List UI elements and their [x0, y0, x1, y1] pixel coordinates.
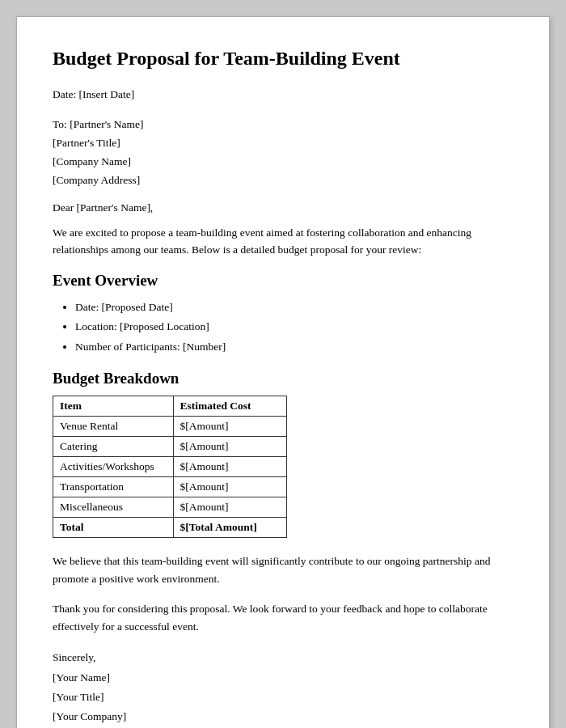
cost-catering: $[Amount] [173, 436, 287, 456]
closing-paragraph-1: We believe that this team-building event… [53, 552, 513, 587]
date-label: Date: [Insert Date] [53, 88, 134, 100]
item-transportation: Transportation [53, 476, 174, 497]
table-header-row: Item Estimated Cost [53, 396, 287, 416]
table-row: Venue Rental $[Amount] [53, 416, 287, 436]
budget-table: Item Estimated Cost Venue Rental $[Amoun… [53, 396, 287, 538]
recipient-line2: [Partner's Title] [53, 134, 513, 153]
list-item: Date: [Proposed Date] [75, 298, 513, 317]
header-cost: Estimated Cost [173, 396, 287, 416]
total-value: $[Total Amount] [173, 517, 287, 537]
item-venue: Venue Rental [53, 416, 174, 436]
document-title: Budget Proposal for Team-Building Event [53, 46, 513, 71]
budget-breakdown-heading: Budget Breakdown [53, 370, 513, 387]
header-item: Item [53, 396, 174, 416]
signer-company: [Your Company] [53, 707, 513, 726]
recipient-line1: To: [Partner's Name] [53, 116, 513, 134]
greeting: Dear [Partner's Name], [53, 201, 513, 214]
table-total-row: Total $[Total Amount] [53, 517, 287, 537]
table-row: Activities/Workshops $[Amount] [53, 456, 287, 476]
recipient-block: To: [Partner's Name] [Partner's Title] [… [53, 116, 513, 190]
closing-paragraph-2: Thank you for considering this proposal.… [53, 600, 513, 635]
list-item: Number of Participants: [Number] [75, 337, 513, 357]
signer-name: [Your Name] [53, 668, 513, 688]
cost-miscellaneous: $[Amount] [173, 497, 287, 517]
item-miscellaneous: Miscellaneous [53, 497, 174, 517]
valediction: Sincerely, [53, 648, 513, 667]
intro-paragraph: We are excited to propose a team-buildin… [53, 224, 513, 259]
document-page: Budget Proposal for Team-Building Event … [16, 16, 550, 728]
cost-transportation: $[Amount] [173, 476, 287, 497]
event-overview-heading: Event Overview [53, 272, 513, 290]
cost-venue: $[Amount] [173, 416, 287, 436]
recipient-line3: [Company Name] [53, 153, 513, 171]
list-item: Location: [Proposed Location] [75, 317, 513, 336]
item-catering: Catering [53, 436, 174, 456]
signer-title: [Your Title] [53, 688, 513, 707]
signature-block: Sincerely, [Your Name] [Your Title] [You… [53, 648, 513, 728]
table-row: Catering $[Amount] [53, 436, 287, 456]
event-overview-list: Date: [Proposed Date] Location: [Propose… [75, 298, 513, 357]
recipient-line4: [Company Address] [53, 171, 513, 190]
table-row: Miscellaneous $[Amount] [53, 497, 287, 517]
total-label: Total [53, 517, 174, 537]
item-activities: Activities/Workshops [53, 456, 174, 476]
cost-activities: $[Amount] [173, 456, 287, 476]
date-field: Date: [Insert Date] [53, 86, 513, 104]
table-row: Transportation $[Amount] [53, 476, 287, 497]
